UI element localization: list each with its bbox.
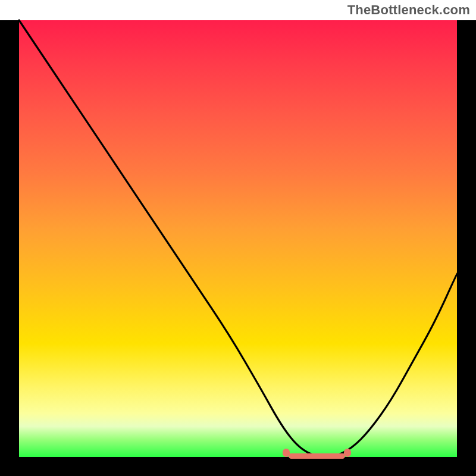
plot-frame — [0, 20, 476, 476]
bottleneck-curve — [19, 20, 457, 457]
highlight-dot-right — [344, 449, 351, 457]
highlight-bar — [289, 453, 345, 459]
chart-stage: TheBottleneck.com — [0, 0, 476, 476]
plot-area — [19, 20, 457, 457]
watermark-text: TheBottleneck.com — [347, 2, 470, 18]
curve-path — [19, 20, 457, 457]
